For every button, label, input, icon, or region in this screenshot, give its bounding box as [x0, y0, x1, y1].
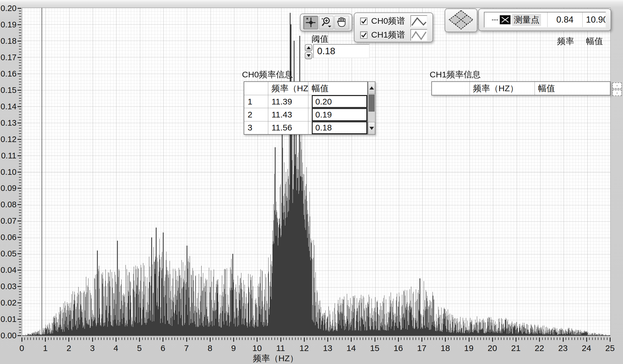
- ch1-frequency-table: 频率（HZ）幅值: [431, 81, 611, 95]
- up-arrow-icon: [369, 86, 374, 90]
- x-minor-tick: [145, 337, 146, 340]
- cursor-tool-button[interactable]: [303, 16, 318, 29]
- ch1-line-sample[interactable]: [410, 29, 427, 41]
- cursor-mover-button[interactable]: [445, 8, 477, 32]
- y-minor-tick: [19, 84, 21, 85]
- row-header-cell[interactable]: 3: [244, 121, 268, 134]
- row-header-cell[interactable]: 2: [244, 108, 268, 121]
- frequency-cell[interactable]: 11.39: [268, 95, 308, 108]
- cursor-legend-row[interactable]: 测量点 0.84 10.90: [484, 12, 606, 28]
- x-minor-tick: [113, 337, 113, 340]
- frequency-cell[interactable]: 11.43: [268, 108, 308, 121]
- y-minor-tick: [19, 141, 21, 142]
- x-tick-label: 14: [347, 343, 356, 353]
- x-major-tick: [233, 337, 234, 342]
- x-tick-label: 16: [393, 343, 403, 353]
- x-minor-tick: [271, 337, 272, 340]
- x-minor-tick: [363, 337, 363, 340]
- legend-row-ch0[interactable]: CH0频谱: [354, 14, 432, 28]
- x-minor-tick: [110, 337, 110, 340]
- y-minor-tick: [19, 191, 21, 191]
- cursor-x-column-label: 频率: [556, 36, 576, 47]
- x-major-tick: [539, 337, 540, 342]
- y-minor-tick: [19, 273, 21, 273]
- scroll-up-button[interactable]: [368, 82, 375, 94]
- amplitude-cell[interactable]: 0.18: [308, 121, 367, 134]
- y-minor-tick: [19, 46, 21, 47]
- threshold-input[interactable]: 0.18: [313, 44, 370, 58]
- ch0-line-sample[interactable]: [410, 15, 427, 27]
- x-minor-tick: [118, 337, 119, 340]
- x-minor-tick: [554, 337, 554, 340]
- y-minor-tick: [19, 79, 21, 79]
- y-tick-label: 0.05: [1, 249, 16, 258]
- table-row: 311.560.18: [244, 121, 367, 134]
- y-minor-tick: [19, 210, 21, 210]
- x-minor-tick: [460, 337, 460, 340]
- ch1-visible-checkbox[interactable]: [360, 31, 367, 39]
- x-minor-tick: [533, 337, 534, 340]
- y-minor-tick: [19, 169, 21, 169]
- x-tick-label: 5: [137, 343, 142, 353]
- ch1-scroll-up-button[interactable]: -: [612, 82, 622, 89]
- cursor-y-value: 10.90: [582, 12, 605, 27]
- ch1-scroll-down-button[interactable]: -: [612, 90, 622, 96]
- cursor-trace-dash: [492, 19, 498, 20]
- x-tick-label: 6: [161, 343, 165, 353]
- x-minor-tick: [263, 337, 263, 340]
- x-tick-label: 22: [535, 343, 544, 353]
- zoom-tool-button[interactable]: [319, 16, 334, 29]
- y-minor-tick: [19, 95, 21, 96]
- scrollbar-thumb[interactable]: [369, 95, 375, 112]
- y-minor-tick: [19, 264, 21, 265]
- x-minor-tick: [325, 337, 325, 340]
- x-minor-tick: [598, 337, 598, 340]
- y-minor-tick: [19, 52, 21, 52]
- y-tick-label: 0.13: [1, 119, 16, 127]
- x-minor-tick: [489, 337, 490, 340]
- x-major-tick: [210, 337, 211, 342]
- y-major-tick: [18, 319, 21, 320]
- y-tick-label: 0.09: [1, 184, 16, 192]
- threshold-spinner: [305, 44, 312, 59]
- ch0-table-scrollbar[interactable]: [368, 81, 375, 135]
- x-tick-label: 17: [417, 343, 426, 353]
- y-minor-tick: [19, 256, 21, 257]
- y-tick-label: 0.04: [1, 266, 16, 274]
- cursor-line[interactable]: [42, 8, 42, 336]
- x-minor-tick: [354, 337, 354, 340]
- y-minor-tick: [19, 218, 21, 219]
- x-minor-tick: [36, 337, 37, 340]
- scroll-down-button[interactable]: [368, 122, 375, 134]
- cursor-name-cell[interactable]: 测量点: [484, 12, 547, 27]
- x-minor-tick: [63, 337, 63, 340]
- legend-row-ch1[interactable]: CH1频谱: [354, 28, 432, 42]
- x-minor-tick: [89, 337, 90, 340]
- pan-tool-button[interactable]: [334, 16, 349, 29]
- y-minor-tick: [19, 215, 21, 216]
- x-major-tick: [586, 337, 587, 342]
- x-minor-tick: [383, 337, 384, 340]
- y-tick-label: 0.11: [1, 151, 16, 160]
- frequency-cell[interactable]: 11.56: [268, 121, 308, 134]
- x-minor-tick: [345, 337, 346, 340]
- threshold-decrement-button[interactable]: [305, 52, 312, 59]
- x-minor-tick: [66, 337, 66, 340]
- x-minor-tick: [357, 337, 357, 340]
- amplitude-cell[interactable]: 0.19: [308, 108, 367, 121]
- crosshair-icon: [305, 16, 316, 29]
- ch0-visible-checkbox[interactable]: [360, 18, 367, 25]
- y-minor-tick: [19, 125, 21, 126]
- row-header-cell[interactable]: 1: [244, 95, 268, 108]
- amplitude-cell[interactable]: 0.20: [308, 95, 367, 108]
- y-minor-tick: [19, 117, 21, 117]
- x-tick-label: 9: [231, 343, 236, 353]
- y-minor-tick: [19, 275, 21, 276]
- x-major-tick: [351, 337, 352, 342]
- threshold-increment-button[interactable]: [305, 44, 312, 51]
- x-minor-tick: [104, 337, 104, 340]
- y-minor-tick: [19, 300, 21, 300]
- y-minor-tick: [19, 196, 21, 197]
- x-major-tick: [304, 337, 305, 342]
- x-minor-tick: [483, 337, 484, 340]
